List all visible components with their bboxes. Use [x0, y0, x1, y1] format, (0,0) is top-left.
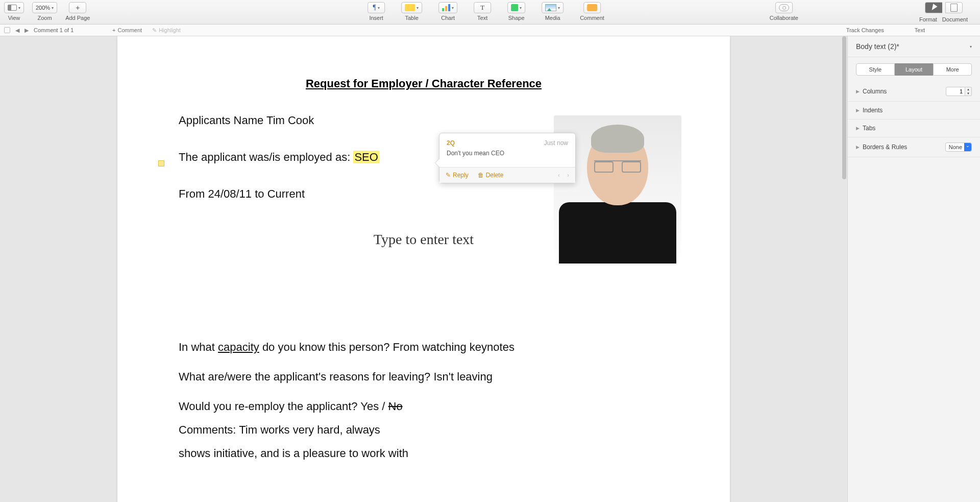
reemploy-line[interactable]: Would you re-employ the applicant? Yes /…: [179, 400, 669, 413]
borders-dropdown[interactable]: None: [945, 142, 972, 152]
text-icon: T: [480, 4, 484, 12]
document-label: Document: [942, 16, 968, 22]
comment-button[interactable]: [583, 2, 601, 13]
comments-line-2[interactable]: shows initiative, and is a pleasure to w…: [179, 447, 669, 460]
tab-more[interactable]: More: [933, 63, 972, 76]
pencil-icon: ✎: [446, 172, 451, 179]
workspace: Request for Employer / Character Referen…: [0, 36, 980, 502]
track-changes-label[interactable]: Track Changes: [846, 27, 884, 33]
tab-style[interactable]: Style: [856, 63, 895, 76]
comment-author: 2Q: [447, 139, 455, 147]
review-subbar: ◀ ▶ Comment 1 of 1 +Comment ✎Highlight T…: [0, 25, 980, 36]
indents-row[interactable]: ▶ Indents: [848, 102, 980, 119]
columns-input[interactable]: [946, 87, 965, 96]
table-button[interactable]: ▾: [401, 2, 422, 13]
columns-row[interactable]: ▶ Columns ▲▼: [848, 82, 980, 102]
document-icon: [950, 4, 958, 12]
chevron-down-icon: ▾: [970, 44, 972, 49]
view-group: ▾ View: [4, 2, 24, 21]
step-up-icon[interactable]: ▲: [965, 87, 971, 91]
capacity-line[interactable]: In what capacity do you know this person…: [179, 341, 669, 354]
text-inspector-tab[interactable]: Text: [915, 27, 925, 33]
comment-reply-button[interactable]: ✎Reply: [446, 172, 469, 179]
comment-label: Comment: [580, 15, 604, 21]
zoom-button[interactable]: 200%▾: [32, 2, 57, 13]
leaving-line[interactable]: What are/were the applicant's reasons fo…: [179, 370, 669, 384]
text-button[interactable]: T: [474, 2, 491, 13]
media-label: Media: [545, 15, 560, 21]
plus-icon: +: [76, 4, 80, 11]
disclosure-icon: ▶: [856, 126, 860, 131]
comment-next-icon[interactable]: ›: [567, 172, 569, 179]
shape-label: Shape: [508, 15, 525, 21]
tab-layout[interactable]: Layout: [895, 63, 934, 76]
comment-time: Just now: [544, 139, 568, 147]
pencil-icon: ✎: [152, 27, 157, 34]
insert-button[interactable]: ¶▾: [368, 2, 385, 13]
addpage-label: Add Page: [65, 15, 90, 21]
collaborate-icon: [779, 4, 789, 11]
table-icon: [405, 4, 415, 11]
collaborate-button[interactable]: [775, 2, 793, 13]
prev-comment-arrow[interactable]: ◀: [15, 27, 19, 34]
document-title[interactable]: Request for Employer / Character Referen…: [179, 77, 669, 90]
next-comment-arrow[interactable]: ▶: [24, 27, 29, 34]
media-icon: [545, 4, 556, 11]
zoom-value: 200%: [36, 5, 50, 11]
main-toolbar: ▾ View 200%▾ Zoom + Add Page ¶▾Insert ▾T…: [0, 0, 980, 25]
page[interactable]: Request for Employer / Character Referen…: [117, 36, 730, 502]
format-button[interactable]: [925, 2, 942, 13]
disclosure-icon: ▶: [856, 108, 860, 113]
brush-icon: [929, 4, 937, 12]
comment-popover: 2Q Just now Don't you mean CEO ✎Reply 🗑D…: [439, 133, 576, 183]
thumbnails-toggle-icon[interactable]: [4, 27, 10, 33]
format-label: Format: [919, 16, 937, 22]
paragraph-icon: ¶: [373, 4, 376, 12]
chart-icon: [442, 4, 450, 11]
format-inspector: Body text (2)* ▾ Style Layout More ▶ Col…: [847, 36, 980, 502]
insert-label: Insert: [369, 15, 383, 21]
zoom-label: Zoom: [38, 15, 52, 21]
shape-icon: [511, 4, 518, 11]
comment-delete-button[interactable]: 🗑Delete: [478, 172, 504, 179]
comment-marker-icon[interactable]: [158, 160, 164, 166]
comment-prev-icon[interactable]: ‹: [558, 172, 560, 179]
highlighted-text[interactable]: SEO: [353, 151, 379, 163]
document-button[interactable]: [945, 2, 963, 13]
step-down-icon[interactable]: ▼: [965, 91, 971, 95]
plus-icon: +: [112, 27, 115, 33]
view-button[interactable]: ▾: [4, 2, 24, 13]
columns-stepper[interactable]: ▲▼: [946, 87, 972, 96]
trash-icon: 🗑: [478, 172, 484, 179]
add-comment-action[interactable]: +Comment: [112, 27, 142, 33]
vertical-scrollbar[interactable]: [840, 36, 847, 502]
shape-button[interactable]: ▾: [507, 2, 525, 13]
chart-button[interactable]: ▾: [438, 2, 457, 13]
comment-icon: [587, 4, 597, 11]
borders-row[interactable]: ▶ Borders & Rules None: [848, 137, 980, 157]
table-label: Table: [405, 15, 419, 21]
view-icon: [8, 5, 17, 11]
scrollbar-thumb[interactable]: [842, 36, 846, 179]
collaborate-label: Collaborate: [770, 15, 798, 21]
highlight-action[interactable]: ✎Highlight: [152, 27, 181, 34]
addpage-group: + Add Page: [65, 2, 90, 21]
media-button[interactable]: ▾: [542, 2, 564, 13]
chart-label: Chart: [441, 15, 455, 21]
text-label: Text: [477, 15, 487, 21]
disclosure-icon: ▶: [856, 89, 860, 94]
comment-counter: Comment 1 of 1: [34, 27, 74, 33]
comment-text: Don't you mean CEO: [447, 150, 568, 157]
add-page-button[interactable]: +: [69, 2, 86, 13]
zoom-group: 200%▾ Zoom: [32, 2, 57, 21]
comments-line[interactable]: Comments: Tim works very hard, always: [179, 423, 669, 437]
disclosure-icon: ▶: [856, 145, 860, 150]
view-label: View: [8, 15, 20, 21]
document-canvas[interactable]: Request for Employer / Character Referen…: [0, 36, 847, 502]
inspector-tabs: Style Layout More: [856, 63, 972, 76]
paragraph-style-select[interactable]: Body text (2)* ▾: [848, 36, 980, 57]
tabs-row[interactable]: ▶ Tabs: [848, 119, 980, 137]
